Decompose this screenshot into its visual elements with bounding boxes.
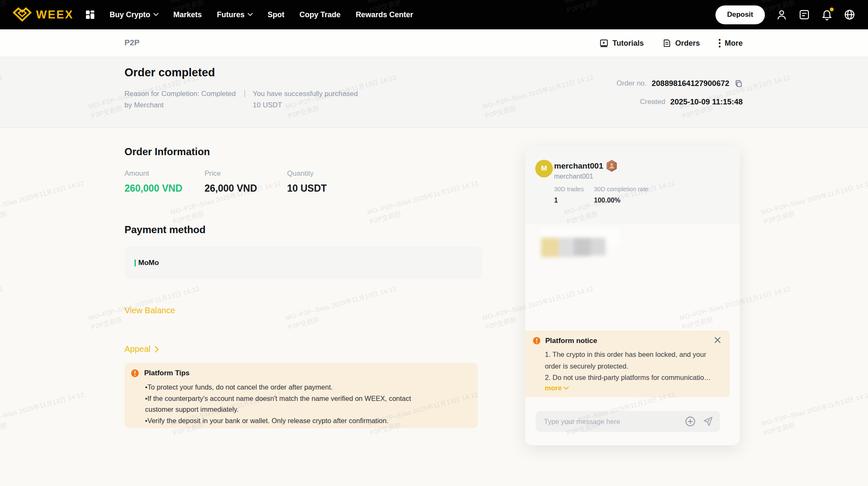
tutorials-icon	[599, 39, 609, 48]
nav-label: Copy Trade	[300, 10, 341, 19]
navbar-right: Deposit	[715, 5, 855, 24]
platform-tips-box: Platform Tips To protect your funds, do …	[124, 363, 478, 428]
quantity-value: 10 USDT	[287, 183, 327, 194]
order-no-value: 208898164127900672	[652, 79, 729, 88]
chevron-down-icon	[248, 13, 253, 16]
order-status-band: Order completed Reason for Completion: C…	[0, 57, 868, 128]
chat-input-bar	[536, 411, 720, 432]
chevron-right-icon	[155, 346, 159, 353]
user-icon[interactable]	[776, 9, 788, 21]
notice-line: 1. The crypto in this order has been loc…	[545, 349, 720, 372]
merchant-subtitle: merchant001	[554, 173, 593, 180]
order-information-title: Order Information	[124, 146, 210, 158]
merchant-name: merchant001	[554, 161, 603, 171]
notification-bell-icon[interactable]	[821, 9, 833, 21]
chevron-down-icon	[153, 13, 158, 16]
appeal-link[interactable]: Appeal	[124, 344, 159, 354]
weex-logo-icon	[13, 7, 32, 22]
tip-item: To protect your funds, do not cancel the…	[145, 382, 441, 393]
globe-language-icon[interactable]	[844, 9, 855, 21]
trades-30d-value: 1	[554, 197, 558, 204]
created-value: 2025-10-09 11:15:48	[670, 97, 743, 107]
amount-value: 260,000 VND	[124, 183, 182, 194]
payment-method-card: MoMo	[124, 246, 482, 279]
message-input[interactable]	[544, 418, 685, 426]
platform-notice-title: Platform notice	[545, 337, 597, 345]
chat-support-icon[interactable]	[798, 9, 810, 21]
platform-tips-list: To protect your funds, do not cancel the…	[145, 382, 441, 426]
order-number-row: Order no. 208898164127900672	[617, 79, 743, 88]
nav-item-spot[interactable]: Spot	[268, 10, 285, 19]
notification-dot	[830, 8, 834, 11]
close-icon[interactable]	[714, 336, 721, 344]
merchant-avatar: M	[535, 160, 553, 177]
completion-rate-label: 30D completion rate	[594, 186, 648, 192]
price-field: Price 26,000 VND	[205, 169, 257, 194]
platform-tips-header: Platform Tips	[130, 369, 469, 378]
created-row: Created 2025-10-09 11:15:48	[640, 97, 743, 107]
tutorials-button[interactable]: Tutorials	[599, 39, 644, 48]
view-balance-link[interactable]: View Balance	[124, 306, 175, 315]
page-subheader: P2P Tutorials Orders More	[0, 29, 868, 57]
tip-item: If the counterparty's account name doesn…	[145, 393, 441, 415]
merchant-chat-panel: M merchant001 merchant001 30D trades 30D…	[525, 146, 740, 445]
send-icon[interactable]	[702, 416, 713, 427]
tutorials-label: Tutorials	[612, 39, 644, 48]
nav-item-buy-crypto[interactable]: Buy Crypto	[110, 10, 158, 19]
top-navbar: WEEX Buy Crypto Markets Futures Spot Cop…	[0, 0, 868, 29]
quantity-field: Quantity 10 USDT	[287, 169, 327, 194]
more-kebab-icon	[718, 39, 721, 48]
notice-line: 2. Do not use third-party platforms for …	[545, 372, 720, 384]
watermark: MO–P2P–Silas 2025年11月13日 14:12P2P交易部	[285, 283, 400, 332]
watermark: MO–P2P–Silas 2025年11月13日 14:12P2P交易部	[760, 389, 868, 437]
more-link-label: more	[545, 384, 562, 392]
nav-item-copy-trade[interactable]: Copy Trade	[300, 10, 341, 19]
orders-button[interactable]: Orders	[662, 39, 700, 48]
chat-header: M merchant001 merchant001 30D trades 30D…	[525, 146, 740, 224]
order-status-details: Reason for Completion: Completed by Merc…	[124, 88, 358, 111]
price-label: Price	[205, 169, 257, 178]
watermark: MO–P2P–Silas 2025年11月13日 14:12P2P交易部	[0, 178, 88, 226]
more-label: More	[725, 39, 743, 48]
merchant-name-row: merchant001	[554, 160, 617, 172]
breadcrumb[interactable]: P2P	[124, 38, 140, 47]
order-status-title: Order completed	[124, 66, 215, 79]
tip-text: Verify the deposit in your bank or walle…	[148, 417, 389, 424]
tip-item: Verify the deposit in your bank or walle…	[145, 415, 441, 426]
amount-label: Amount	[124, 169, 182, 178]
main-nav: Buy Crypto Markets Futures Spot Copy Tra…	[110, 10, 413, 19]
watermark: MO–P2P–Silas 2025年11月13日 14:12P2P交易部	[0, 283, 6, 332]
nav-label: Rewards Center	[356, 10, 413, 19]
appeal-label: Appeal	[124, 344, 150, 354]
nav-item-futures[interactable]: Futures	[217, 10, 253, 19]
payment-method-name: MoMo	[138, 259, 159, 267]
trades-30d-label: 30D trades	[554, 186, 584, 192]
subheader-actions: Tutorials Orders More	[599, 29, 743, 57]
nav-item-markets[interactable]: Markets	[174, 10, 202, 19]
deposit-button[interactable]: Deposit	[715, 5, 765, 24]
attach-plus-icon[interactable]	[685, 416, 696, 427]
nav-label: Spot	[268, 10, 285, 19]
created-label: Created	[640, 98, 665, 106]
more-button[interactable]: More	[718, 39, 743, 48]
price-value: 26,000 VND	[205, 183, 257, 194]
nav-item-rewards-center[interactable]: Rewards Center	[356, 10, 413, 19]
payment-method-title: Payment method	[124, 224, 205, 236]
platform-notice-header: Platform notice	[532, 336, 597, 345]
view-balance-label: View Balance	[124, 306, 175, 315]
weex-logo[interactable]: WEEX	[13, 7, 74, 22]
divider	[244, 90, 245, 97]
nav-label: Buy Crypto	[110, 10, 150, 19]
redacted-chat-message	[538, 229, 626, 262]
apps-grid-icon[interactable]	[85, 9, 96, 20]
watermark: MO–P2P–Silas 2025年11月13日 14:12P2P交易部	[0, 389, 88, 437]
copy-icon[interactable]	[734, 79, 743, 88]
platform-tips-title: Platform Tips	[144, 369, 189, 377]
notice-more-link[interactable]: more	[545, 384, 569, 392]
completion-rate-value: 100.00%	[594, 197, 620, 204]
alert-icon	[130, 369, 140, 378]
payment-accent-bar	[135, 260, 136, 266]
tip-text: To protect your funds, do not cancel the…	[148, 383, 333, 391]
watermark: MO–P2P–Silas 2025年11月13日 14:12P2P交易部	[366, 178, 482, 226]
merchant-badge-icon	[606, 160, 617, 172]
